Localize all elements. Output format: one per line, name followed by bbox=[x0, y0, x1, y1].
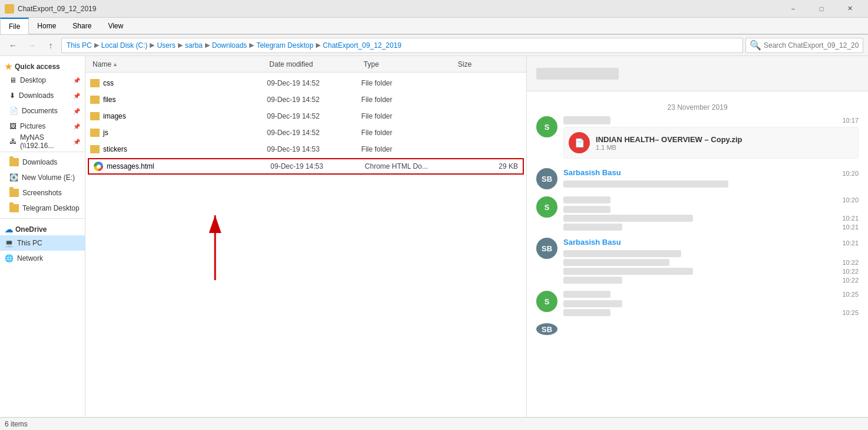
folder-icon-telegram bbox=[9, 204, 19, 212]
address-bar[interactable]: This PC ▶ Local Disk (C:) ▶ Users ▶ sarb… bbox=[61, 38, 743, 53]
file-date-stickers: 09-Dec-19 14:53 bbox=[267, 145, 361, 153]
search-box[interactable]: 🔍 bbox=[745, 38, 863, 53]
pin-icon-pic: 📌 bbox=[73, 123, 80, 130]
chat-messages[interactable]: 23 November 2019 S 10:17 📄 INDIAN HEALTH… bbox=[527, 91, 868, 417]
pin-icon-dl: 📌 bbox=[73, 93, 80, 99]
sender-blur-3 bbox=[563, 196, 610, 203]
sidebar-divider-2 bbox=[0, 218, 85, 219]
breadcrumb-downloads[interactable]: Downloads bbox=[212, 41, 247, 50]
file-type-js: File folder bbox=[361, 129, 456, 137]
table-row[interactable]: css 09-Dec-19 14:52 File folder bbox=[85, 75, 526, 91]
thispc-icon: 💻 bbox=[5, 239, 14, 247]
tab-view[interactable]: View bbox=[100, 18, 131, 34]
cursor-indicator bbox=[85, 175, 526, 258]
maximize-button[interactable]: □ bbox=[808, 0, 835, 18]
chat-header-blur bbox=[536, 68, 619, 80]
message-content-3: 10:20 10:21 10:21 bbox=[563, 196, 859, 231]
close-button[interactable]: ✕ bbox=[836, 0, 863, 18]
msg-blur-5a bbox=[563, 300, 622, 307]
sidebar-item-network[interactable]: 🌐 Network bbox=[0, 251, 85, 266]
breadcrumb-computer[interactable]: This PC bbox=[67, 41, 92, 50]
folder-icon bbox=[90, 129, 100, 137]
tab-share[interactable]: Share bbox=[64, 18, 100, 34]
date-divider: 23 November 2019 bbox=[536, 103, 859, 111]
file-date-images: 09-Dec-19 14:52 bbox=[267, 112, 361, 120]
search-icon: 🔍 bbox=[750, 40, 761, 51]
sidebar-item-documents-label: Documents bbox=[22, 107, 58, 115]
tab-home[interactable]: Home bbox=[29, 18, 64, 34]
sidebar-divider-1 bbox=[0, 152, 85, 152]
table-row[interactable]: stickers 09-Dec-19 14:53 File folder bbox=[85, 141, 526, 157]
item-count: 6 items bbox=[5, 420, 28, 428]
col-header-size[interactable]: Size bbox=[456, 60, 514, 68]
avatar-sb2: SB bbox=[536, 238, 557, 259]
sidebar-item-desktop[interactable]: 🖥 Desktop 📌 bbox=[0, 73, 85, 88]
quick-access-header[interactable]: ★ Quick access bbox=[0, 58, 85, 73]
chat-panel: 23 November 2019 S 10:17 📄 INDIAN HEALTH… bbox=[526, 56, 868, 417]
breadcrumb-telegram[interactable]: Telegram Desktop bbox=[256, 41, 313, 50]
sidebar-item-telegram-label: Telegram Desktop bbox=[22, 204, 80, 212]
file-area: Name ▲ Date modified Type Size bbox=[85, 56, 526, 417]
file-date-css: 09-Dec-19 14:52 bbox=[267, 79, 361, 87]
file-size-messages: 29 KB bbox=[459, 162, 518, 170]
breadcrumb-export[interactable]: ChatExport_09_12_2019 bbox=[323, 41, 401, 50]
sidebar-item-downloads2-label: Downloads bbox=[22, 158, 57, 166]
file-type-messages: Chrome HTML Do... bbox=[365, 162, 459, 170]
column-headers: Name ▲ Date modified Type Size bbox=[85, 56, 526, 73]
msg-blur-5b bbox=[563, 309, 610, 316]
sidebar-item-onedrive[interactable]: ☁ OneDrive bbox=[0, 221, 85, 235]
col-header-name[interactable]: Name ▲ bbox=[90, 60, 267, 68]
file-attach-icon: 📄 bbox=[569, 132, 590, 153]
col-header-type[interactable]: Type bbox=[361, 60, 456, 68]
network-label: Network bbox=[17, 254, 43, 262]
title-bar-folder-icon bbox=[5, 4, 14, 14]
back-button[interactable]: ← bbox=[5, 37, 21, 54]
avatar-partial: SB bbox=[536, 323, 557, 335]
status-bar: 6 items bbox=[0, 417, 868, 430]
msg-time-5: 10:25 bbox=[842, 291, 859, 298]
sidebar-item-pictures[interactable]: 🖼 Pictures 📌 bbox=[0, 119, 85, 134]
msg-blur-4b bbox=[563, 259, 669, 266]
breadcrumb-users[interactable]: Users bbox=[157, 41, 175, 50]
sidebar-item-thispc[interactable]: 💻 This PC bbox=[0, 235, 85, 251]
table-row[interactable]: js 09-Dec-19 14:52 File folder bbox=[85, 124, 526, 141]
pin-icon-doc: 📌 bbox=[73, 108, 80, 114]
file-attachment-1[interactable]: 📄 INDIAN HEALTH– OVERVIEW – Copy.zip 1.1… bbox=[563, 127, 859, 159]
up-button[interactable]: ↑ bbox=[42, 37, 59, 54]
breadcrumb-user[interactable]: sarba bbox=[185, 41, 203, 50]
msg-time-3b: 10:21 bbox=[842, 215, 859, 222]
thispc-label: This PC bbox=[17, 239, 42, 247]
folder-icon-screenshots bbox=[9, 189, 19, 197]
sidebar-item-newvolume[interactable]: 💽 New Volume (E:) bbox=[0, 170, 85, 185]
sidebar-item-screenshots-label: Screenshots bbox=[22, 189, 62, 197]
sidebar-item-mynas[interactable]: 🖧 MyNAS (\\192.16... 📌 bbox=[0, 134, 85, 149]
file-name-css: css bbox=[103, 79, 114, 87]
col-header-date[interactable]: Date modified bbox=[267, 60, 361, 68]
breadcrumb-drive[interactable]: Local Disk (C:) bbox=[101, 41, 148, 50]
sidebar-item-telegram[interactable]: Telegram Desktop bbox=[0, 201, 85, 216]
file-type-stickers: File folder bbox=[361, 145, 456, 153]
search-input[interactable] bbox=[764, 41, 859, 50]
file-name-images: images bbox=[103, 112, 126, 120]
sidebar-item-desktop-label: Desktop bbox=[20, 76, 46, 84]
forward-button[interactable]: → bbox=[24, 37, 40, 54]
table-row[interactable]: files 09-Dec-19 14:52 File folder bbox=[85, 91, 526, 108]
quick-access-label: Quick access bbox=[15, 63, 60, 71]
title-buttons: − □ ✕ bbox=[780, 0, 863, 18]
nas-icon: 🖧 bbox=[9, 137, 16, 146]
avatar-s3: S bbox=[536, 291, 557, 312]
file-name-messages: messages.html bbox=[107, 162, 154, 170]
table-row[interactable]: images 09-Dec-19 14:52 File folder bbox=[85, 108, 526, 124]
sidebar-item-downloads2[interactable]: Downloads bbox=[0, 155, 85, 170]
table-row-messages[interactable]: messages.html 09-Dec-19 14:53 Chrome HTM… bbox=[88, 158, 524, 175]
msg-blur-3b bbox=[563, 215, 693, 222]
tab-file[interactable]: File bbox=[0, 18, 29, 34]
drive-icon: 💽 bbox=[9, 173, 18, 182]
sidebar-item-screenshots[interactable]: Screenshots bbox=[0, 185, 85, 201]
onedrive-label: OneDrive bbox=[15, 225, 47, 234]
sidebar-item-downloads[interactable]: ⬇ Downloads 📌 bbox=[0, 88, 85, 103]
sidebar-item-newvolume-label: New Volume (E:) bbox=[22, 173, 75, 182]
minimize-button[interactable]: − bbox=[780, 0, 807, 18]
sidebar-item-documents[interactable]: 📄 Documents 📌 bbox=[0, 103, 85, 119]
downloads-icon: ⬇ bbox=[9, 91, 15, 100]
